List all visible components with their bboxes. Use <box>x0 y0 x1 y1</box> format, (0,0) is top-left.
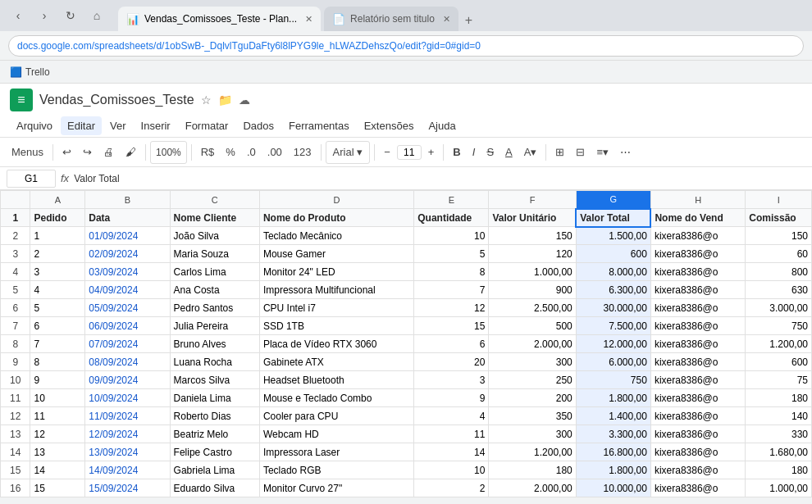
cell-B16[interactable]: 15/09/2024 <box>85 479 170 497</box>
cell-G11[interactable]: 1.800,00 <box>576 389 650 407</box>
cell-f1[interactable]: Valor Unitário <box>489 209 576 227</box>
cell-H7[interactable]: kixera8386@o <box>650 317 745 335</box>
cell-D12[interactable]: Cooler para CPU <box>259 407 413 425</box>
cell-I4[interactable]: 800 <box>746 263 812 281</box>
cell-I2[interactable]: 150 <box>746 227 812 245</box>
cell-E14[interactable]: 14 <box>414 443 489 461</box>
cell-G16[interactable]: 10.000,00 <box>576 479 650 497</box>
cell-B8[interactable]: 07/09/2024 <box>85 335 170 353</box>
cell-A3[interactable]: 2 <box>30 245 85 263</box>
back-button[interactable]: ‹ <box>7 4 30 27</box>
percent-button[interactable]: % <box>221 141 240 164</box>
menu-ajuda[interactable]: Ajuda <box>422 116 462 135</box>
cell-C8[interactable]: Bruno Alves <box>170 335 259 353</box>
cell-G5[interactable]: 6.300,00 <box>576 281 650 299</box>
cell-F2[interactable]: 150 <box>489 227 576 245</box>
cell-E10[interactable]: 3 <box>414 371 489 389</box>
borders-button[interactable]: ⊞ <box>550 141 569 164</box>
underline-button[interactable]: A <box>500 141 518 164</box>
cell-C13[interactable]: Beatriz Melo <box>170 425 259 443</box>
cell-F3[interactable]: 120 <box>489 245 576 263</box>
col-header-b[interactable]: B <box>85 191 170 209</box>
cell-H12[interactable]: kixera8386@o <box>650 407 745 425</box>
cell-A4[interactable]: 3 <box>30 263 85 281</box>
new-tab-button[interactable]: + <box>458 10 479 31</box>
forward-button[interactable]: › <box>33 4 56 27</box>
folder-icon[interactable]: 📁 <box>218 93 232 107</box>
cell-H10[interactable]: kixera8386@o <box>650 371 745 389</box>
cell-E4[interactable]: 8 <box>414 263 489 281</box>
menu-extensoes[interactable]: Extensões <box>358 116 421 135</box>
cell-D2[interactable]: Teclado Mecânico <box>259 227 413 245</box>
cell-F14[interactable]: 1.200,00 <box>489 443 576 461</box>
cell-G2[interactable]: 1.500,00 <box>576 227 650 245</box>
cell-B3[interactable]: 02/09/2024 <box>85 245 170 263</box>
cell-C12[interactable]: Roberto Dias <box>170 407 259 425</box>
cell-A7[interactable]: 6 <box>30 317 85 335</box>
cell-G10[interactable]: 750 <box>576 371 650 389</box>
cell-F6[interactable]: 2.500,00 <box>489 299 576 317</box>
cell-B4[interactable]: 03/09/2024 <box>85 263 170 281</box>
cell-I6[interactable]: 3.000,00 <box>746 299 812 317</box>
cell-H6[interactable]: kixera8386@o <box>650 299 745 317</box>
cell-h1[interactable]: Nome do Vend <box>650 209 745 227</box>
cell-C6[interactable]: Pedro Santos <box>170 299 259 317</box>
cell-F9[interactable]: 300 <box>489 353 576 371</box>
cell-e1[interactable]: Quantidade <box>414 209 489 227</box>
cell-B2[interactable]: 01/09/2024 <box>85 227 170 245</box>
cell-I16[interactable]: 1.000,00 <box>746 479 812 497</box>
cell-D14[interactable]: Impressora Laser <box>259 443 413 461</box>
cell-C10[interactable]: Marcos Silva <box>170 371 259 389</box>
cloud-icon[interactable]: ☁ <box>239 93 250 107</box>
menu-formatar[interactable]: Formatar <box>179 116 235 135</box>
menu-editar[interactable]: Editar <box>61 116 102 135</box>
cell-D16[interactable]: Monitor Curvo 27" <box>259 479 413 497</box>
decrease-font-button[interactable]: − <box>379 141 395 164</box>
tab-close-inactive[interactable]: ✕ <box>443 14 450 25</box>
undo-button[interactable]: ↩ <box>57 141 76 164</box>
menu-dados[interactable]: Dados <box>236 116 281 135</box>
bold-button[interactable]: B <box>448 141 465 164</box>
cell-i1[interactable]: Comissão <box>746 209 812 227</box>
cell-H8[interactable]: kixera8386@o <box>650 335 745 353</box>
cell-H16[interactable]: kixera8386@o <box>650 479 745 497</box>
cell-B14[interactable]: 13/09/2024 <box>85 443 170 461</box>
cell-A5[interactable]: 4 <box>30 281 85 299</box>
italic-button[interactable]: I <box>468 141 481 164</box>
cell-A9[interactable]: 8 <box>30 353 85 371</box>
cell-B6[interactable]: 05/09/2024 <box>85 299 170 317</box>
cell-C11[interactable]: Daniela Lima <box>170 389 259 407</box>
cell-I12[interactable]: 140 <box>746 407 812 425</box>
cell-D6[interactable]: CPU Intel i7 <box>259 299 413 317</box>
tab-inactive[interactable]: 📄 Relatório sem titulo ✕ <box>324 7 458 31</box>
cell-D15[interactable]: Teclado RGB <box>259 461 413 479</box>
star-icon[interactable]: ☆ <box>201 93 212 107</box>
cell-H15[interactable]: kixera8386@o <box>650 461 745 479</box>
cell-F8[interactable]: 2.000,00 <box>489 335 576 353</box>
cell-H4[interactable]: kixera8386@o <box>650 263 745 281</box>
cell-a1[interactable]: Pedido <box>30 209 85 227</box>
decrease-decimal-button[interactable]: .0 <box>242 141 261 164</box>
paint-button[interactable]: 🖌 <box>121 141 141 164</box>
cell-F11[interactable]: 200 <box>489 389 576 407</box>
cell-I15[interactable]: 180 <box>746 461 812 479</box>
menus-button[interactable]: Menus <box>7 141 48 164</box>
cell-F13[interactable]: 300 <box>489 425 576 443</box>
cell-H14[interactable]: kixera8386@o <box>650 443 745 461</box>
col-header-f[interactable]: F <box>489 191 576 209</box>
redo-button[interactable]: ↪ <box>78 141 97 164</box>
cell-C2[interactable]: João Silva <box>170 227 259 245</box>
cell-B5[interactable]: 04/09/2024 <box>85 281 170 299</box>
cell-F12[interactable]: 350 <box>489 407 576 425</box>
cell-I9[interactable]: 600 <box>746 353 812 371</box>
cell-I10[interactable]: 75 <box>746 371 812 389</box>
cell-B12[interactable]: 11/09/2024 <box>85 407 170 425</box>
cell-C16[interactable]: Eduardo Silva <box>170 479 259 497</box>
menu-ver[interactable]: Ver <box>103 116 133 135</box>
cell-G3[interactable]: 600 <box>576 245 650 263</box>
cell-C3[interactable]: Maria Souza <box>170 245 259 263</box>
cell-H13[interactable]: kixera8386@o <box>650 425 745 443</box>
cell-A12[interactable]: 11 <box>30 407 85 425</box>
cell-D13[interactable]: Webcam HD <box>259 425 413 443</box>
cell-H11[interactable]: kixera8386@o <box>650 389 745 407</box>
